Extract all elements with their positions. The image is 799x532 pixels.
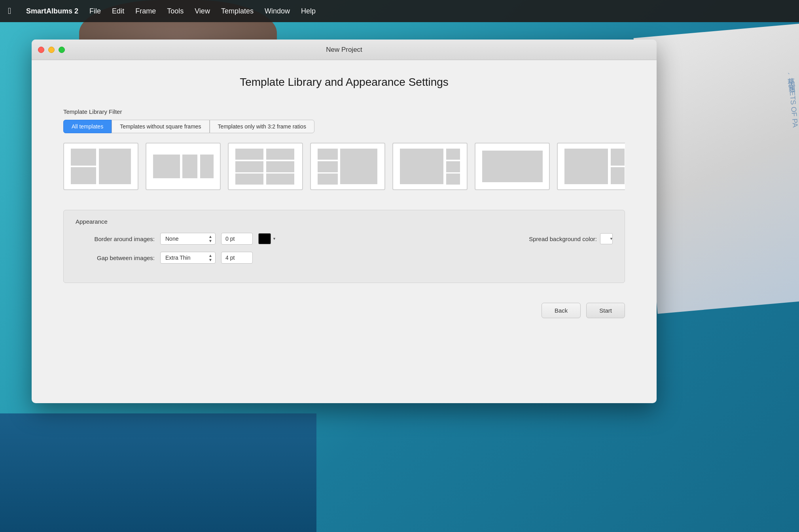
filter-buttons: All templates Templates without square f… [63,120,625,133]
close-button[interactable] [38,47,44,53]
template-library-label: Template Library Filter [63,108,625,115]
window-content: Template Library and Appearance Settings… [32,60,657,403]
menubar-item-frame[interactable]: Frame [130,6,161,17]
color-swatch-arrow: ▼ [273,237,276,241]
template-5[interactable] [392,143,468,190]
filter-all-templates[interactable]: All templates [63,120,112,133]
spread-swatch-arrow: ▼ [610,237,613,241]
template-3[interactable] [228,143,303,190]
window-titlebar: New Project [32,40,657,60]
maximize-button[interactable] [59,47,65,53]
gap-label: Gap between images: [76,255,155,261]
apple-menu-icon[interactable]:  [8,6,11,16]
main-window: New Project Template Library and Appeara… [32,40,657,403]
gap-row: Gap between images: None Extra Thin Thin… [76,252,613,264]
filter-no-square[interactable]: Templates without square frames [112,120,209,133]
template-7[interactable] [557,143,625,190]
template-6[interactable] [475,143,550,190]
border-label: Border around images: [76,236,155,242]
border-color-swatch[interactable]: ▼ [258,233,271,244]
menubar-item-file[interactable]: File [84,6,106,17]
menubar-item-view[interactable]: View [189,6,216,17]
menubar-item-tools[interactable]: Tools [161,6,189,17]
menubar:  SmartAlbums 2 File Edit Frame Tools Vi… [0,0,799,22]
border-select[interactable]: None Thin Medium Thick [160,233,216,245]
templates-grid [63,143,625,190]
border-select-wrapper: None Thin Medium Thick ▲ ▼ [160,233,216,245]
spread-bg-label: Spread background color: [529,236,597,242]
template-2[interactable] [146,143,221,190]
background-text: 草稿、速写 HEETS OF PA [786,72,799,128]
menubar-item-smartalbums[interactable]: SmartAlbums 2 [21,6,84,17]
menubar-item-help[interactable]: Help [295,6,321,17]
border-row: Border around images: None Thin Medium T… [76,233,613,245]
menubar-item-templates[interactable]: Templates [216,6,259,17]
window-title: New Project [326,46,362,54]
filter-3-2-ratio[interactable]: Templates only with 3:2 frame ratios [210,120,314,133]
minimize-button[interactable] [48,47,55,53]
spread-bg-swatch[interactable]: ▼ [600,233,613,244]
menubar-item-window[interactable]: Window [259,6,295,17]
start-button[interactable]: Start [586,303,625,318]
spread-bg-wrapper: Spread background color: ▼ [529,233,613,244]
gap-select-wrapper: None Extra Thin Thin Medium Thick ▲ ▼ [160,252,216,264]
border-pt-input[interactable] [221,233,253,245]
menubar-item-edit[interactable]: Edit [106,6,130,17]
back-button[interactable]: Back [542,303,581,318]
background-notebook: 草稿、速写 HEETS OF PA [634,24,799,314]
template-4[interactable] [310,143,385,190]
template-1[interactable] [63,143,138,190]
appearance-section: Appearance Border around images: None Th… [63,210,625,283]
bottom-actions: Back Start [63,299,625,318]
gap-select[interactable]: None Extra Thin Thin Medium Thick [160,252,216,264]
gap-pt-input[interactable] [221,252,253,264]
window-controls [38,47,65,53]
appearance-section-title: Appearance [76,218,613,225]
page-title: Template Library and Appearance Settings [63,76,625,89]
background-books [0,413,316,532]
